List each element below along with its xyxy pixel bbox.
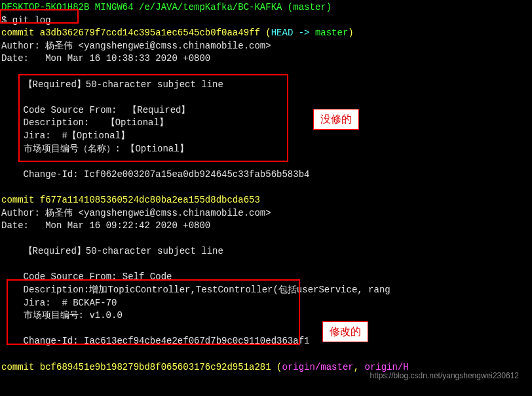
- branch-name: master: [315, 28, 348, 38]
- commit-hash: f677a1141085360524dc80ba2ea155d8dbcda653: [40, 195, 260, 205]
- paren-open: (: [260, 28, 271, 38]
- commit-body: Description: 【Optional】: [1, 117, 531, 130]
- commit-header-2: commit f677a1141085360524dc80ba2ea155d8d…: [1, 194, 531, 207]
- commit-body: Code Source From: Self Code: [1, 271, 531, 284]
- remote-ref: origin/master: [282, 362, 353, 372]
- commit-body: 市场项目编号: v1.0.0: [1, 309, 531, 323]
- commit-header-1: commit a3db362679f7ccd14c395a1ec6545cb0f…: [1, 27, 531, 40]
- commit-prefix: commit: [1, 362, 40, 372]
- commit-hash: bcf689451e9b198279bd8f065603176c92d951a2…: [40, 362, 271, 372]
- commit-body: Jira: #【Optional】: [1, 130, 531, 143]
- commit-body: Code Source From: 【Required】: [1, 104, 531, 117]
- commit-body: Description:增加TopicController,TestContro…: [1, 284, 531, 297]
- blank-line: [1, 91, 531, 104]
- change-id: Change-Id: Icf062e003207a15ea0db924645c3…: [1, 168, 531, 182]
- paren-open: (: [271, 362, 282, 372]
- annotation-label-modified: 修改的: [322, 321, 368, 342]
- date-line: Date: Mon Mar 16 10:38:33 2020 +0800: [1, 52, 531, 66]
- blank-line: [1, 155, 531, 168]
- commit-subject: 【Required】50-character subject line: [1, 79, 531, 92]
- blank-line: [1, 323, 531, 336]
- blank-line: [1, 66, 531, 79]
- ref-sep: ,: [354, 362, 365, 372]
- commit-subject: 【Required】50-character subject line: [1, 245, 531, 258]
- watermark: https://blog.csdn.net/yangshengwei230612: [370, 370, 519, 382]
- blank-line: [1, 348, 531, 361]
- commit-prefix: commit: [1, 28, 40, 38]
- blank-line: [1, 181, 531, 194]
- commit-prefix: commit: [1, 195, 40, 205]
- bash-prompt-path: DESKTOP-5KO1H82B MINGW64 /e/JAVA/tempKaf…: [1, 1, 531, 14]
- blank-line: [1, 233, 531, 246]
- blank-line: [1, 258, 531, 271]
- commit-body: 市场项目编号（名称）: 【Optional】: [1, 143, 531, 156]
- author-line: Author: 杨圣伟 <yangshengwei@cmss.chinamobi…: [1, 207, 531, 220]
- author-line: Author: 杨圣伟 <yangshengwei@cmss.chinamobi…: [1, 40, 531, 53]
- commit-hash: a3db362679f7ccd14c395a1ec6545cb0f0aa49ff: [40, 28, 260, 38]
- annotation-label-unmodified: 没修的: [313, 109, 359, 130]
- change-id: Change-Id: Iac613ecf94cbe4e2ef067d7b9c0c…: [1, 335, 531, 348]
- date-line: Date: Mon Mar 16 09:22:42 2020 +0800: [1, 220, 531, 233]
- commit-body: Jira: # BCKAF-70: [1, 297, 531, 310]
- head-ref: HEAD ->: [271, 28, 315, 38]
- command-line: $ git log: [1, 14, 531, 28]
- paren-close: ): [348, 28, 353, 38]
